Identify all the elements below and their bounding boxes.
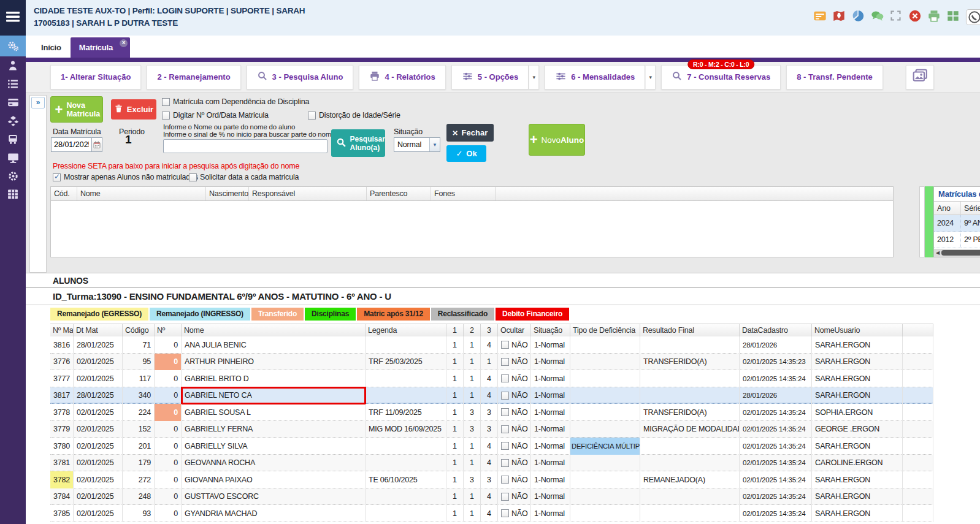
cell-deficiencia[interactable] [570, 488, 640, 506]
close-circle-icon[interactable] [908, 9, 922, 23]
cell-col3[interactable]: 4 [481, 387, 498, 404]
cell-codigo[interactable]: 179 [123, 455, 155, 472]
cell-col3[interactable]: 4 [481, 505, 498, 522]
cell-nome[interactable]: ARTHUR PINHEIRO [182, 354, 366, 371]
cell-situacao[interactable]: 1-Normal [531, 488, 570, 506]
column-header-data-cadastro[interactable]: DataCadastro [740, 324, 812, 336]
cell-usuario[interactable]: SARAH.ERGON [812, 354, 903, 371]
expand-panel-button[interactable]: » [31, 97, 45, 108]
cell-no-mat[interactable]: 3816 [50, 336, 74, 354]
cell-codigo[interactable]: 340 [123, 387, 155, 404]
matricula-row[interactable]: 2012 2º PER [934, 232, 980, 248]
cell-data-cadastro[interactable]: 02/01/2025 14:35:24 [740, 471, 812, 488]
cell-legenda[interactable] [366, 438, 446, 455]
cell-col3[interactable]: 3 [481, 421, 498, 438]
cell-ocultar[interactable]: NÃO [498, 421, 531, 438]
cell-nome[interactable]: GABRIEL BRITO D [182, 370, 366, 387]
cell-no[interactable]: 0 [155, 455, 182, 472]
cell-resultado[interactable] [640, 370, 740, 387]
checkbox-box[interactable] [162, 112, 170, 120]
close-tab-icon[interactable]: × [120, 39, 128, 47]
novo-aluno-button[interactable]: +NovoAluno [529, 124, 585, 156]
column-header-nome[interactable]: Nome [182, 324, 366, 336]
cell-col2[interactable]: 3 [464, 404, 481, 421]
cell-deficiencia[interactable] [570, 370, 640, 387]
cell-legenda[interactable]: TRF 11/09/2025 [366, 404, 446, 421]
results-column-header[interactable]: Parentesco [367, 187, 431, 200]
column-header-resultado[interactable]: Resultado Final [640, 324, 740, 336]
ocultar-checkbox[interactable] [501, 374, 509, 382]
cell-nome[interactable]: GEOVANNA ROCHA [182, 455, 366, 472]
table-row[interactable]: 377702/01/20251170GABRIEL BRITO D114NÃO1… [50, 370, 933, 387]
cell-usuario[interactable]: SARAH.ERGON [812, 370, 903, 387]
ocultar-checkbox[interactable] [501, 493, 509, 501]
cell-no-mat[interactable]: 3784 [50, 488, 74, 506]
cell-col1[interactable]: 1 [446, 336, 464, 354]
cell-no[interactable]: 0 [155, 488, 182, 506]
nova-matricula-button[interactable]: + Nova Matricula [50, 96, 103, 123]
ribbon-button-opcoes[interactable]: 5 - Opções [451, 65, 529, 89]
cell-ocultar[interactable]: NÃO [498, 471, 531, 488]
cell-nome[interactable]: GABRIELLY SILVA [182, 438, 366, 455]
cell-situacao[interactable]: 1-Normal [531, 455, 570, 472]
column-header-dt-mat[interactable]: Dt Mat [74, 324, 123, 336]
cell-situacao[interactable]: 1-Normal [531, 404, 570, 421]
printer-icon[interactable] [927, 9, 941, 23]
cell-col1[interactable]: 1 [446, 488, 464, 506]
cell-col2[interactable]: 1 [464, 438, 481, 455]
cell-situacao[interactable]: 1-Normal [531, 505, 570, 522]
fullscreen-icon[interactable] [889, 9, 903, 23]
cell-col3[interactable]: 4 [481, 438, 498, 455]
pesquisar-aluno-button[interactable]: Pesquisar Aluno(a) [331, 129, 385, 157]
cell-no[interactable]: 0 [155, 336, 182, 354]
cell-no[interactable]: 0 [155, 370, 182, 387]
ocultar-checkbox[interactable] [501, 459, 509, 467]
cell-nome[interactable]: GABRIELLY FERNA [182, 421, 366, 438]
cell-no-mat[interactable]: 3777 [50, 370, 74, 387]
column-header-situacao[interactable]: Situação [531, 324, 570, 336]
cell-dt-mat[interactable]: 02/01/2025 [74, 455, 123, 472]
column-header-no[interactable]: Nº [155, 324, 182, 336]
cell-usuario[interactable]: SARAH.ERGON [812, 438, 903, 455]
cell-situacao[interactable]: 1-Normal [531, 336, 570, 354]
cell-data-cadastro[interactable]: 02/01/2025 14:35:24 [740, 370, 812, 387]
results-column-header[interactable]: Responsável [249, 187, 367, 200]
cell-col1[interactable]: 1 [446, 471, 464, 488]
cell-no-mat[interactable]: 3785 [50, 505, 74, 522]
cell-deficiencia[interactable] [570, 404, 640, 421]
cell-no-mat[interactable]: 3776 [50, 354, 74, 371]
cell-situacao[interactable]: 1-Normal [531, 471, 570, 488]
cell-usuario[interactable]: CAROLINE.ERGON [812, 455, 903, 472]
table-row[interactable]: 381628/01/2025710ANA JULIA BENIC114NÃO1-… [50, 336, 933, 354]
cell-filler[interactable] [903, 438, 933, 455]
cell-filler[interactable] [903, 404, 933, 421]
cell-codigo[interactable]: 117 [123, 370, 155, 387]
cell-situacao[interactable]: 1-Normal [531, 370, 570, 387]
cell-codigo[interactable]: 71 [123, 336, 155, 354]
cell-data-cadastro[interactable]: 02/01/2025 14:35:24 [740, 505, 812, 522]
filter-mostrar-apenas[interactable]: Mostrar apenas Alunos não matriculados [53, 173, 198, 181]
cell-codigo[interactable]: 224 [123, 404, 155, 421]
cell-data-cadastro[interactable]: 02/01/2025 14:35:23 [740, 354, 812, 371]
results-column-header[interactable]: Nome [77, 187, 206, 200]
cell-usuario[interactable]: SARAH.ERGON [812, 488, 903, 506]
cell-col2[interactable]: 3 [464, 471, 481, 488]
cell-no-mat[interactable]: 3817 [50, 387, 74, 404]
cell-deficiencia[interactable] [570, 471, 640, 488]
ribbon-button-mensalidades[interactable]: 6 - Mensalidades [545, 65, 645, 89]
table-row[interactable]: 378502/01/2025930GYANDRIA MACHAD114NÃO1-… [50, 505, 933, 522]
cell-col3[interactable]: 4 [481, 488, 498, 506]
cell-dt-mat[interactable]: 28/01/2025 [74, 336, 123, 354]
cell-dt-mat[interactable]: 02/01/2025 [74, 370, 123, 387]
cell-col3[interactable]: 4 [481, 455, 498, 472]
cell-data-cadastro[interactable]: 02/01/2025 14:35:24 [740, 455, 812, 472]
calendar-button[interactable] [91, 137, 102, 152]
mensalidades-dropdown-arrow[interactable]: ▾ [645, 65, 656, 89]
ocultar-checkbox[interactable] [501, 509, 509, 517]
pie-chart-icon[interactable] [851, 9, 865, 23]
sidebar-item-numbered-list[interactable] [0, 75, 26, 93]
cell-codigo[interactable]: 201 [123, 438, 155, 455]
cell-data-cadastro[interactable]: 02/01/2025 14:35:24 [740, 421, 812, 438]
cell-dt-mat[interactable]: 02/01/2025 [74, 505, 123, 522]
filter-solicitar-data[interactable]: Solicitar data a cada matricula [189, 173, 299, 181]
